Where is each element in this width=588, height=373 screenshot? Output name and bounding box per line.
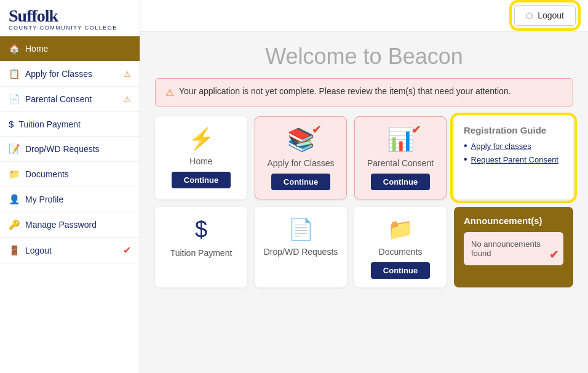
alert-banner: ⚠ Your application is not yet complete. … bbox=[155, 78, 573, 106]
manage-password-icon: 🔑 bbox=[9, 219, 20, 230]
sidebar-item-my-profile[interactable]: 👤 My Profile bbox=[0, 187, 140, 212]
home-card-icon: ⚡ bbox=[188, 126, 214, 151]
parental-consent-card: 📊✔ Parental Consent Continue bbox=[354, 116, 447, 199]
drop-wd-card: 📄 Drop/WD Requests bbox=[255, 207, 347, 287]
reg-guide-title: Registration Guide bbox=[464, 125, 563, 135]
drop-wd-card-icon: 📄 bbox=[288, 217, 314, 241]
apply-classes-card-icon: 📚✔ bbox=[287, 127, 315, 153]
logout-sidebar-icon: 🚪 bbox=[9, 245, 20, 256]
sidebar-manage-password-label: Manage Password bbox=[25, 220, 97, 230]
sidebar-documents-label: Documents bbox=[25, 169, 69, 179]
sidebar-my-profile-label: My Profile bbox=[25, 195, 63, 204]
drop-wd-card-label: Drop/WD Requests bbox=[264, 246, 338, 257]
sidebar-home-label: Home bbox=[25, 44, 48, 54]
topbar: ⬡ Logout bbox=[140, 0, 588, 31]
home-icon: 🏠 bbox=[9, 43, 20, 54]
parental-consent-continue-button[interactable]: Continue bbox=[371, 174, 430, 190]
apply-classes-check-icon: ✔ bbox=[312, 123, 321, 137]
home-card-label: Home bbox=[189, 156, 212, 167]
documents-icon: 📁 bbox=[9, 169, 20, 180]
parental-consent-icon: 📄 bbox=[9, 94, 20, 105]
reg-guide-apply-link[interactable]: Apply for classes bbox=[471, 142, 531, 151]
parental-consent-card-icon: 📊✔ bbox=[387, 127, 415, 153]
apply-classes-continue-button[interactable]: Continue bbox=[271, 174, 330, 190]
sidebar-item-logout[interactable]: 🚪 Logout ✔ bbox=[0, 238, 140, 263]
college-subtitle: COUNTY COMMUNITY COLLEGE bbox=[9, 25, 131, 31]
parental-consent-warning-icon: ⚠ bbox=[124, 95, 131, 104]
cards-row-1: ⚡ Home Continue 📚✔ Apply for Classes Con… bbox=[155, 116, 573, 199]
sidebar-item-apply-classes[interactable]: 📋 Apply for Classes ⚠ bbox=[0, 62, 140, 87]
cards-row-2: $ Tuition Payment 📄 Drop/WD Requests 📁 D… bbox=[155, 207, 573, 287]
home-continue-button[interactable]: Continue bbox=[172, 172, 231, 188]
sidebar-item-tuition-payment[interactable]: $ Tuition Payment bbox=[0, 112, 140, 137]
documents-card: 📁 Documents Continue bbox=[354, 207, 447, 287]
tuition-payment-icon: $ bbox=[9, 119, 14, 129]
no-announcements-text: No announcements found bbox=[471, 239, 541, 258]
welcome-title: Welcome to Beacon bbox=[155, 44, 573, 70]
tuition-card: $ Tuition Payment bbox=[155, 207, 247, 287]
my-profile-icon: 👤 bbox=[9, 194, 20, 205]
sidebar-item-manage-password[interactable]: 🔑 Manage Password bbox=[0, 212, 140, 238]
home-card: ⚡ Home Continue bbox=[155, 116, 247, 199]
sidebar-logo: Suffolk COUNTY COMMUNITY COLLEGE bbox=[0, 0, 140, 36]
sidebar-parental-consent-label: Parental Consent bbox=[25, 94, 92, 104]
alert-text: Your application is not yet complete. Pl… bbox=[179, 86, 511, 96]
logout-button[interactable]: ⬡ Logout bbox=[514, 5, 576, 26]
logout-arrow-icon: ⬡ bbox=[526, 11, 533, 20]
tuition-card-label: Tuition Payment bbox=[170, 247, 232, 259]
documents-card-icon: 📁 bbox=[387, 217, 413, 241]
college-name: Suffolk bbox=[9, 6, 131, 26]
sidebar-item-drop-wd[interactable]: 📝 Drop/WD Requests bbox=[0, 137, 140, 162]
announcements-box: Announcement(s) No announcements found ✔ bbox=[454, 207, 573, 287]
sidebar-item-documents[interactable]: 📁 Documents bbox=[0, 162, 140, 187]
apply-classes-card: 📚✔ Apply for Classes Continue bbox=[255, 116, 347, 199]
drop-wd-icon: 📝 bbox=[9, 143, 20, 154]
sidebar-logout-label: Logout bbox=[25, 246, 52, 255]
apply-classes-icon: 📋 bbox=[9, 68, 20, 79]
sidebar: Suffolk COUNTY COMMUNITY COLLEGE 🏠 Home … bbox=[0, 0, 140, 373]
sidebar-item-parental-consent[interactable]: 📄 Parental Consent ⚠ bbox=[0, 87, 140, 112]
alert-icon: ⚠ bbox=[165, 87, 174, 98]
apply-classes-warning-icon: ⚠ bbox=[124, 70, 131, 79]
announcements-inner: No announcements found ✔ bbox=[464, 232, 563, 265]
reg-guide-parent-link[interactable]: Request Parent Consent bbox=[471, 155, 558, 164]
announcements-title: Announcement(s) bbox=[464, 215, 563, 226]
reg-guide-list: Apply for classes Request Parent Consent bbox=[464, 142, 563, 165]
logout-check-icon: ✔ bbox=[123, 244, 131, 256]
main-content: ⬡ Logout Welcome to Beacon ⚠ Your applic… bbox=[140, 0, 588, 373]
apply-classes-card-label: Apply for Classes bbox=[268, 158, 335, 169]
parental-consent-card-label: Parental Consent bbox=[367, 158, 434, 169]
sidebar-apply-classes-label: Apply for Classes bbox=[25, 69, 92, 79]
parental-consent-check-icon: ✔ bbox=[411, 123, 421, 137]
registration-guide: Registration Guide Apply for classes Req… bbox=[454, 116, 573, 199]
sidebar-drop-wd-label: Drop/WD Requests bbox=[25, 144, 100, 154]
reg-guide-item-parent: Request Parent Consent bbox=[464, 155, 563, 165]
no-announcements-check-icon: ✔ bbox=[549, 248, 558, 262]
content-area: Welcome to Beacon ⚠ Your application is … bbox=[140, 31, 588, 373]
reg-guide-item-apply: Apply for classes bbox=[464, 142, 563, 151]
sidebar-tuition-label: Tuition Payment bbox=[18, 119, 81, 129]
documents-continue-button[interactable]: Continue bbox=[371, 262, 430, 279]
tuition-card-icon: $ bbox=[195, 217, 207, 243]
documents-card-label: Documents bbox=[379, 246, 423, 257]
logout-dropdown-label: Logout bbox=[538, 10, 564, 20]
sidebar-item-home[interactable]: 🏠 Home bbox=[0, 36, 140, 62]
